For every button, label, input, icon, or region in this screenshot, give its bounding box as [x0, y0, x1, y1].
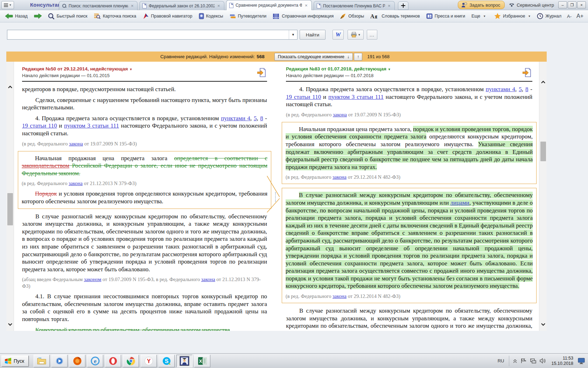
right-panel-scrollbar[interactable]	[539, 62, 547, 331]
scroll-up-icon[interactable]	[539, 79, 547, 86]
splitter-handle-icon[interactable]	[275, 192, 278, 202]
opera-icon[interactable]	[105, 355, 121, 367]
forward-button[interactable]	[31, 11, 45, 21]
close-icon[interactable]: ×	[217, 3, 221, 8]
scroll-down-icon[interactable]	[6, 321, 14, 328]
back-button[interactable]: Назад	[2, 11, 31, 21]
tab-compare-editions[interactable]: Сравнение редакций документа Фед ×	[226, 0, 312, 10]
new-edition-title-text: Редакция №83 от 01.07.2018, действующая	[286, 66, 386, 71]
firefox-icon[interactable]	[69, 355, 85, 367]
close-icon[interactable]: ×	[304, 3, 308, 8]
document-tabs: Поиск: постановления пленума вас × Федер…	[59, 0, 408, 10]
text-link[interactable]: закона	[201, 277, 215, 282]
chrome-icon[interactable]	[123, 355, 139, 367]
hamburger-icon	[4, 4, 8, 7]
close-button[interactable]: ×	[577, 1, 586, 8]
restore-button[interactable]: ❐	[568, 1, 576, 8]
previous-change-button[interactable]: ↑	[354, 53, 362, 61]
reviews-button[interactable]: Обзоры	[337, 11, 367, 21]
internet-explorer-icon[interactable]: e	[87, 355, 103, 367]
find-button[interactable]: Найти	[300, 30, 326, 40]
text-link[interactable]: пунктами 4	[486, 86, 515, 93]
scrollbar-thumb[interactable]	[540, 142, 546, 161]
close-icon[interactable]: ×	[130, 3, 134, 8]
explorer-icon[interactable]	[34, 355, 50, 367]
scroll-down-icon[interactable]	[539, 321, 547, 328]
chevron-down-icon: ▼	[130, 68, 133, 71]
open-document-icon[interactable]	[523, 68, 531, 77]
chevron-down-icon: ▼	[388, 68, 391, 71]
tab-plenum-resolution[interactable]: Постановление Пленума ВАС РФ от 2 ×	[314, 1, 395, 10]
tab-federal-law[interactable]: Федеральный закон от 26.10.2002 N ×	[139, 1, 224, 10]
legal-navigator-button[interactable]: Правовой навигатор	[139, 11, 195, 21]
volume-icon[interactable]	[538, 358, 548, 363]
action-center-flag-icon[interactable]	[519, 358, 528, 363]
guides-button[interactable]: Путеводители	[226, 11, 270, 21]
text-link[interactable]: закона	[332, 174, 346, 180]
search-history-dropdown[interactable]: ▼	[289, 30, 297, 39]
text-link[interactable]: закона	[69, 141, 83, 146]
text-segment: от 21.12.2013 N 379-ФЗ)	[83, 180, 136, 186]
new-edition-title[interactable]: Редакция №83 от 01.07.2018, действующая▼	[286, 66, 532, 71]
text-link[interactable]: законом	[84, 277, 102, 282]
language-indicator[interactable]: RU	[495, 358, 507, 363]
next-change-button[interactable]: Показать следующее изменение ↓	[274, 53, 353, 61]
text-segment: ,	[515, 86, 519, 93]
quick-search-button[interactable]: Быстрый поиск	[45, 11, 91, 21]
excel-icon[interactable]: X	[194, 355, 210, 367]
skype-icon[interactable]: S	[159, 355, 175, 367]
new-tab-button[interactable]	[398, 1, 408, 10]
text-link[interactable]: 8	[260, 115, 263, 122]
journal-button[interactable]: Журнал	[534, 11, 565, 21]
search-card-button[interactable]: Карточка поиска	[91, 11, 140, 21]
codes-button[interactable]: Кодексы	[196, 11, 226, 21]
minimize-button[interactable]: –	[558, 1, 567, 8]
dictionary-button[interactable]: А я Словарь терминов	[367, 11, 423, 21]
text-link[interactable]: пунктами 4	[221, 115, 250, 122]
more-actions-button[interactable]: ...	[367, 30, 377, 40]
search-card-label: Карточка поиска	[103, 14, 136, 19]
press-books-button[interactable]: Пресса и книги	[423, 11, 468, 21]
text-segment: ,	[250, 115, 254, 122]
scrollbar-thumb[interactable]	[7, 193, 13, 225]
reference-info-button[interactable]: Справочная информация	[270, 11, 337, 21]
yandex-browser-icon[interactable]: Y	[141, 355, 157, 367]
text-segment: Начальная продажная цена предмета залога…	[299, 126, 413, 132]
close-icon[interactable]: ×	[387, 3, 391, 8]
text-link[interactable]: лицами	[450, 199, 469, 206]
text-link[interactable]: пунктом 3 статьи 111	[64, 122, 119, 129]
show-desktop-button[interactable]	[577, 355, 586, 367]
panel-splitter[interactable]	[273, 62, 280, 331]
main-menu-button[interactable]: ▼	[1, 1, 14, 9]
network-icon[interactable]	[528, 358, 538, 363]
text-link[interactable]: 5	[519, 86, 522, 93]
print-button[interactable]: ▼	[348, 30, 364, 40]
font-increase-button[interactable]: A+	[574, 13, 586, 19]
search-input[interactable]	[7, 30, 289, 39]
favorites-button[interactable]: Избранное ▼	[491, 11, 534, 21]
text-segment: (в ред. Федерального	[286, 112, 333, 117]
start-button[interactable]: Пуск	[1, 355, 29, 367]
more-menu-button[interactable]: Еще ▼	[468, 11, 489, 21]
tab-search-results[interactable]: Поиск: постановления пленума вас ×	[59, 1, 138, 10]
left-panel-scrollbar[interactable]	[6, 62, 14, 331]
text-link[interactable]: закона	[332, 293, 346, 299]
text-link[interactable]: закона	[333, 112, 347, 117]
old-edition-title[interactable]: Редакция №50 от 29.12.2014, недействующа…	[22, 66, 267, 71]
media-player-icon[interactable]	[51, 355, 68, 367]
text-link[interactable]: 19 статьи 110	[22, 122, 57, 129]
consultantplus-app-icon[interactable]	[176, 355, 192, 367]
clock[interactable]: 11:53 15.10.2018	[548, 356, 577, 366]
text-link[interactable]: закона	[69, 180, 83, 186]
text-link[interactable]: 19 статьи 110	[286, 94, 321, 100]
scroll-up-icon[interactable]	[6, 83, 14, 90]
export-word-button[interactable]: W	[332, 30, 344, 40]
service-center-button[interactable]: Сервисный центр	[509, 2, 554, 8]
text-link[interactable]: пунктом 3 статьи 111	[328, 94, 384, 100]
ask-question-button[interactable]: ? Задать вопрос	[458, 1, 505, 9]
text-link[interactable]: законодательством	[22, 162, 69, 169]
open-document-icon[interactable]	[257, 68, 266, 77]
tray-expand-icon[interactable]	[511, 359, 519, 363]
font-decrease-button[interactable]: A-	[565, 14, 574, 19]
text-segment: и	[57, 122, 64, 129]
